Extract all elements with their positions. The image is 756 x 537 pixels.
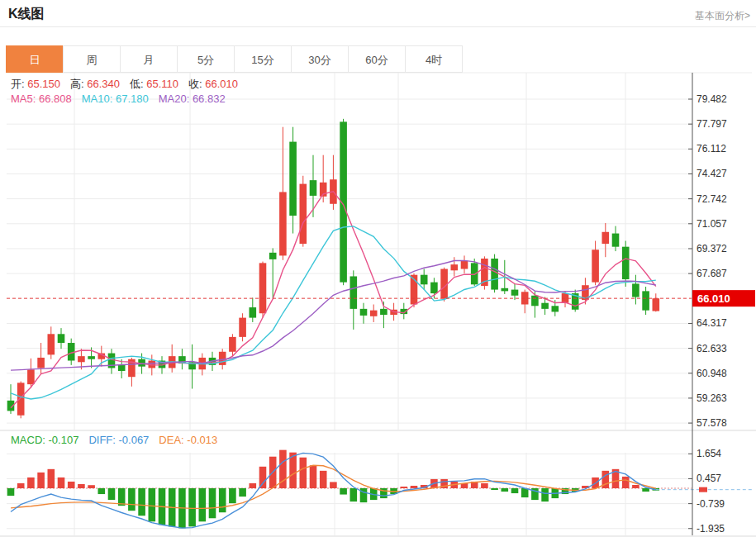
- macd-bar[interactable]: [259, 467, 267, 488]
- readout-label: DEA:: [159, 434, 187, 446]
- readout-value: -0.107: [49, 434, 79, 446]
- macd-bar[interactable]: [138, 488, 145, 516]
- readout-label: 低:: [130, 78, 146, 90]
- candle[interactable]: [300, 176, 307, 247]
- macd-bar[interactable]: [632, 485, 640, 488]
- readout-label: 开:: [11, 78, 27, 90]
- candle[interactable]: [178, 349, 186, 369]
- candle[interactable]: [572, 290, 579, 312]
- candle[interactable]: [7, 384, 15, 414]
- candle[interactable]: [653, 293, 660, 311]
- macd-bar[interactable]: [250, 483, 257, 488]
- candle[interactable]: [289, 127, 297, 234]
- candle[interactable]: [642, 287, 649, 315]
- macd-bar[interactable]: [209, 488, 216, 518]
- macd-bar[interactable]: [511, 488, 519, 493]
- candle[interactable]: [250, 297, 257, 322]
- macd-bar[interactable]: [642, 488, 649, 492]
- macd-bar[interactable]: [17, 483, 25, 488]
- macd-bar[interactable]: [411, 486, 418, 488]
- candle[interactable]: [310, 155, 317, 217]
- macd-bar[interactable]: [491, 488, 498, 490]
- candle[interactable]: [521, 290, 529, 314]
- tab-周[interactable]: 周: [63, 45, 121, 73]
- candle[interactable]: [461, 255, 468, 273]
- macd-bar[interactable]: [239, 488, 246, 497]
- readout-label: MA5:: [11, 93, 39, 105]
- macd-bar[interactable]: [521, 488, 529, 497]
- ohlc-readout: 开: 65.150高: 66.340低: 65.110收: 66.010: [11, 77, 248, 92]
- macd-bar[interactable]: [149, 488, 156, 521]
- svg-text:69.372: 69.372: [697, 243, 727, 254]
- macd-bar[interactable]: [330, 482, 337, 488]
- candle[interactable]: [259, 262, 267, 318]
- macd-bar[interactable]: [58, 478, 65, 488]
- candle[interactable]: [612, 226, 620, 251]
- candle[interactable]: [58, 328, 65, 349]
- macd-bar[interactable]: [229, 488, 236, 503]
- macd-bar[interactable]: [401, 487, 408, 488]
- macd-bar[interactable]: [7, 488, 15, 496]
- macd-bar[interactable]: [502, 488, 509, 492]
- svg-text:64.317: 64.317: [697, 317, 727, 329]
- svg-text:66.010: 66.010: [697, 292, 730, 305]
- candle[interactable]: [411, 273, 418, 307]
- candle[interactable]: [592, 241, 599, 286]
- macd-bar[interactable]: [27, 478, 35, 488]
- macd-bar[interactable]: [219, 488, 226, 512]
- readout-value: 66.010: [205, 78, 238, 90]
- candle[interactable]: [320, 155, 327, 202]
- candle[interactable]: [370, 304, 378, 321]
- readout-label: MA10:: [82, 93, 116, 105]
- macd-bar[interactable]: [541, 488, 549, 501]
- macd-bar[interactable]: [118, 488, 126, 506]
- macd-bar[interactable]: [108, 488, 116, 500]
- svg-text:74.427: 74.427: [697, 168, 727, 179]
- macd-bar[interactable]: [98, 488, 106, 494]
- tab-5分[interactable]: 5分: [177, 45, 235, 73]
- macd-bar[interactable]: [481, 483, 488, 488]
- svg-text:60.948: 60.948: [697, 368, 727, 379]
- candle[interactable]: [481, 256, 488, 289]
- macd-bar[interactable]: [199, 488, 207, 521]
- candle[interactable]: [330, 155, 337, 210]
- macd-bar[interactable]: [88, 485, 95, 488]
- readout-value: 66.832: [193, 93, 226, 105]
- macd-bar[interactable]: [300, 458, 307, 488]
- macd-bar[interactable]: [310, 465, 317, 488]
- tab-日[interactable]: 日: [6, 45, 64, 73]
- tab-15分[interactable]: 15分: [234, 45, 292, 73]
- candle[interactable]: [360, 303, 368, 324]
- macd-bar[interactable]: [78, 484, 85, 488]
- macd-bar[interactable]: [350, 488, 358, 501]
- candle[interactable]: [582, 278, 589, 304]
- tab-30分[interactable]: 30分: [291, 45, 349, 73]
- macd-bar[interactable]: [188, 488, 196, 526]
- tab-月[interactable]: 月: [120, 45, 178, 73]
- candle[interactable]: [511, 283, 519, 300]
- readout-value: 67.180: [116, 93, 149, 105]
- macd-bar[interactable]: [48, 469, 55, 488]
- svg-text:57.578: 57.578: [697, 417, 727, 429]
- svg-text:72.742: 72.742: [697, 193, 727, 205]
- macd-bar[interactable]: [37, 473, 45, 488]
- candle[interactable]: [48, 326, 55, 359]
- candle[interactable]: [622, 241, 630, 287]
- macd-bar[interactable]: [320, 471, 327, 488]
- candle[interactable]: [108, 349, 116, 373]
- macd-bar[interactable]: [68, 482, 75, 488]
- candle[interactable]: [279, 127, 287, 260]
- readout-label: DIFF:: [88, 434, 118, 446]
- candle[interactable]: [632, 275, 640, 305]
- tab-60分[interactable]: 60分: [348, 45, 406, 73]
- candle[interactable]: [350, 270, 358, 330]
- candle[interactable]: [239, 313, 246, 341]
- macd-bar[interactable]: [128, 488, 136, 511]
- macd-bar[interactable]: [340, 488, 347, 495]
- candle[interactable]: [602, 223, 610, 257]
- diff-line: [11, 453, 656, 528]
- tab-4时[interactable]: 4时: [405, 45, 463, 73]
- svg-text:1.654: 1.654: [697, 448, 721, 459]
- macd-bar[interactable]: [622, 477, 630, 488]
- readout-value: -0.013: [187, 434, 217, 446]
